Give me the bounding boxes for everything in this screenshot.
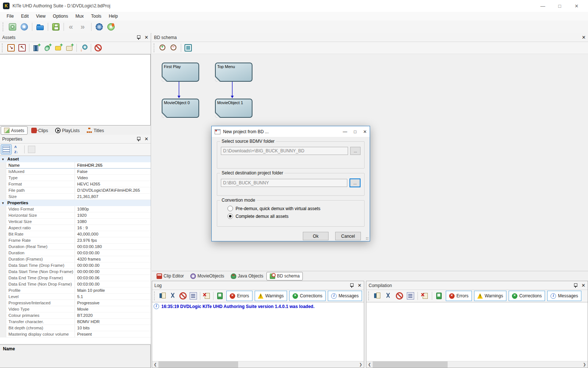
property-row[interactable]: Data End Time (Non Drop Frame)00:03:00.0… — [0, 281, 151, 287]
scroll-left-icon[interactable]: ❮ — [152, 362, 158, 367]
property-row[interactable]: Size21,361,807 — [0, 194, 151, 200]
property-category-row[interactable]: ▾Properties — [0, 200, 151, 206]
lines-button[interactable] — [188, 291, 198, 301]
log-hscrollbar[interactable]: ❮ ❯ — [152, 361, 364, 368]
add-subtitle-button[interactable] — [53, 43, 64, 53]
close-icon[interactable]: ✕ — [144, 137, 148, 141]
log-content[interactable]: 16:35:19 DVDLogic KITe UHD Authoring Sui… — [152, 302, 364, 361]
log-warnings-filter-button[interactable]: Warnings — [255, 291, 287, 301]
tab-assets[interactable]: Assets — [1, 126, 28, 135]
property-row[interactable]: NameFilmHDR.265 — [0, 162, 151, 169]
log-errors-filter-button[interactable]: Errors — [226, 291, 252, 301]
categorized-button[interactable] — [1, 144, 12, 155]
add-audio-button[interactable] — [42, 43, 53, 53]
toolbar-grip[interactable] — [154, 291, 157, 300]
resize-grip[interactable] — [366, 237, 369, 240]
menu-view[interactable]: View — [32, 13, 49, 20]
property-row[interactable]: File pathD:\DVDLogic\DATA\FilmHDR.265 — [0, 187, 151, 194]
property-row[interactable]: Data End Time (Drop Frame)00:03:00.06 — [0, 275, 151, 281]
menu-mux[interactable]: Mux — [72, 13, 87, 20]
tab-clips[interactable]: Clips — [28, 126, 51, 135]
source-browse-button[interactable]: ... — [350, 147, 361, 155]
close-icon[interactable]: ✕ — [144, 35, 148, 40]
property-row[interactable]: Duration (Real Time)00:03:00.180 — [0, 244, 151, 250]
clear-button[interactable] — [394, 291, 405, 301]
property-row[interactable]: ProfileMain 10 profile — [0, 287, 151, 294]
new-project-disc-button[interactable] — [7, 22, 18, 32]
toolbar-grip[interactable] — [368, 291, 371, 300]
save-report-button[interactable] — [434, 291, 445, 301]
menu-tools[interactable]: Tools — [87, 13, 105, 20]
open-disc-button[interactable] — [19, 22, 30, 32]
scroll-thumb[interactable] — [158, 361, 238, 368]
asset-list[interactable] — [0, 54, 151, 125]
lines-button[interactable] — [405, 291, 416, 301]
zoom-out-button[interactable] — [168, 43, 179, 53]
settings-button[interactable] — [94, 22, 105, 32]
dialog-maximize-button[interactable]: □ — [354, 129, 356, 134]
property-row[interactable]: Level5.1 — [0, 294, 151, 300]
property-row[interactable]: Duration (Frames)4320 frames — [0, 256, 151, 262]
toolbar-grip[interactable] — [3, 22, 5, 31]
maximize-button[interactable]: □ — [551, 0, 568, 11]
cancel-button[interactable]: Cancel — [335, 232, 361, 240]
property-row[interactable]: IsMuxedFalse — [0, 169, 151, 175]
conversion-mode-option[interactable]: Complete demux all assets — [227, 213, 361, 219]
property-row[interactable]: Vertical Size1080 — [0, 219, 151, 225]
remove-asset-button[interactable] — [93, 43, 104, 53]
demux-button[interactable] — [78, 43, 89, 53]
property-row[interactable]: Horizontal Size1920 — [0, 212, 151, 219]
ok-button[interactable]: Ok — [303, 232, 329, 240]
clear-button[interactable] — [178, 291, 188, 301]
tab-bd-schema[interactable]: BD schema — [266, 272, 303, 280]
property-row[interactable]: Bit Rate40,000,000 — [0, 231, 151, 237]
copy-button[interactable] — [372, 291, 383, 301]
property-row[interactable]: Progressive/InterlacedProgressive — [0, 300, 151, 306]
scroll-left-icon[interactable]: ❮ — [366, 362, 373, 367]
property-row[interactable]: Video Format1080p — [0, 206, 151, 212]
radio-button[interactable] — [227, 213, 233, 219]
menu-options[interactable]: Options — [49, 13, 72, 20]
open-folder-button[interactable] — [35, 22, 46, 32]
property-row[interactable]: Frame Rate23.976 fps — [0, 237, 151, 244]
cut-button[interactable] — [383, 291, 394, 301]
pin-icon[interactable] — [136, 35, 141, 40]
add-container-button[interactable] — [64, 43, 75, 53]
menu-file[interactable]: File — [3, 13, 17, 20]
tab-titles[interactable]: Titles — [83, 126, 107, 135]
destination-folder-input[interactable] — [221, 179, 347, 187]
fit-button[interactable] — [183, 43, 194, 53]
schema-node-movieobject-0[interactable]: MovieObject 0 — [162, 99, 199, 118]
source-folder-input[interactable] — [221, 147, 348, 155]
scroll-right-icon[interactable]: ❯ — [358, 362, 364, 367]
compilation-corrections-filter-button[interactable]: Corrections — [509, 291, 545, 301]
export-asset-button[interactable] — [6, 43, 17, 53]
compilation-messages-filter-button[interactable]: Messages — [547, 291, 581, 301]
compilation-hscrollbar[interactable]: ❮ ❯ — [366, 361, 588, 368]
alphabetical-button[interactable] — [12, 144, 23, 155]
property-row[interactable]: Aspect ratio16 : 9 — [0, 225, 151, 231]
scroll-thumb[interactable] — [373, 361, 448, 368]
compilation-warnings-filter-button[interactable]: Warnings — [474, 291, 506, 301]
log-messages-filter-button[interactable]: Messages — [328, 291, 362, 301]
property-row[interactable]: FormatHEVC H265 — [0, 181, 151, 187]
schema-node-top-menu[interactable]: Top Menu — [215, 63, 252, 82]
dialog-minimize-button[interactable]: — — [343, 129, 347, 134]
conversion-mode-option[interactable]: Pre-demux, quick demux with virtual asse… — [227, 206, 361, 211]
compilation-errors-filter-button[interactable]: Errors — [446, 291, 472, 301]
compilation-content[interactable] — [366, 302, 588, 361]
tab-java-objects[interactable]: Java Objects — [227, 272, 266, 280]
schema-node-movieobject-1[interactable]: MovieObject 1 — [215, 99, 252, 118]
destination-browse-button[interactable]: ... — [349, 178, 361, 187]
dialog-title-bar[interactable]: New project from BD ... — □ ✕ — [212, 126, 370, 137]
burn-disc-button[interactable] — [105, 22, 116, 32]
close-icon[interactable]: ✕ — [581, 283, 585, 288]
delete-button[interactable] — [419, 291, 430, 301]
radio-button[interactable] — [227, 206, 233, 211]
property-row[interactable]: TypeVideo — [0, 175, 151, 181]
log-corrections-filter-button[interactable]: Corrections — [289, 291, 326, 301]
toolbar-grip[interactable] — [2, 43, 4, 52]
property-row[interactable]: Duration00:03:00.00 — [0, 250, 151, 256]
save-report-button[interactable] — [215, 291, 225, 301]
tab-movieobjects[interactable]: MovieObjects — [187, 272, 227, 280]
